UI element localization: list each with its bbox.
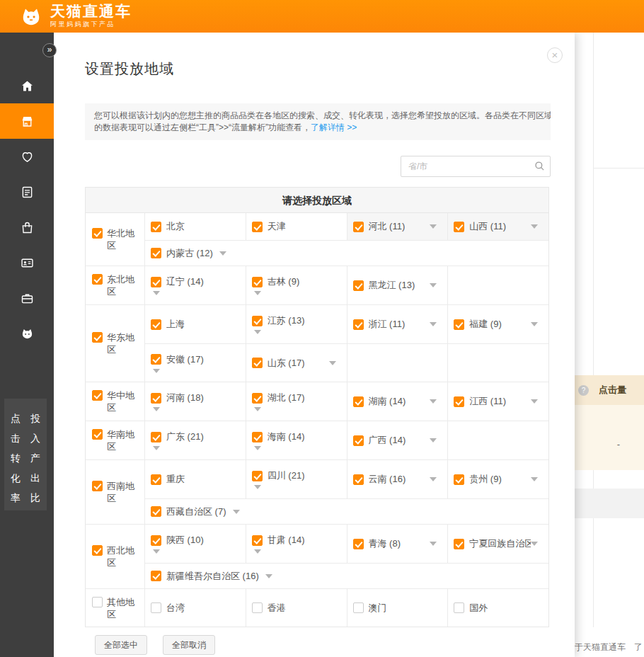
chevron-down-icon[interactable] (254, 407, 261, 411)
checkbox[interactable] (454, 319, 464, 330)
province-cell[interactable]: 澳门 (347, 589, 448, 627)
checkbox[interactable] (353, 396, 364, 407)
checkbox[interactable] (151, 506, 161, 517)
chevron-down-icon[interactable] (254, 291, 261, 295)
province-cell[interactable]: 山东 (17) (246, 344, 347, 382)
province-cell[interactable]: 四川 (21) (246, 460, 347, 498)
province-cell[interactable]: 山西 (11) (447, 213, 548, 240)
province-cell[interactable]: 青海 (8) (347, 525, 448, 563)
province-cell[interactable]: 广东 (21) (145, 421, 246, 459)
chevron-down-icon[interactable] (254, 549, 261, 554)
province-cell[interactable]: 贵州 (9) (447, 460, 548, 498)
chevron-down-icon[interactable] (219, 251, 226, 256)
chevron-down-icon[interactable] (430, 399, 437, 404)
checkbox[interactable] (252, 471, 263, 481)
province-cell[interactable]: 重庆 (145, 460, 246, 498)
learn-more-link[interactable]: 了解详情 >> (311, 122, 357, 132)
chevron-down-icon[interactable] (531, 322, 538, 326)
chevron-down-icon[interactable] (153, 446, 160, 450)
checkbox[interactable] (353, 474, 364, 485)
checkbox[interactable] (92, 597, 103, 607)
province-cell[interactable]: 陕西 (10) (145, 525, 246, 563)
province-cell[interactable]: 浙江 (11) (347, 305, 448, 343)
search-icon[interactable] (534, 161, 545, 174)
checkbox[interactable] (92, 390, 103, 401)
checkbox[interactable] (151, 393, 161, 404)
chevron-down-icon[interactable] (254, 330, 261, 334)
province-cell[interactable]: 湖南 (14) (347, 382, 448, 421)
checkbox[interactable] (353, 602, 364, 613)
metric-roi[interactable]: 投入产出比 (30, 409, 41, 510)
sidebar-item[interactable] (0, 210, 54, 245)
checkbox[interactable] (92, 481, 103, 491)
chevron-down-icon[interactable] (254, 485, 261, 489)
checkbox[interactable] (353, 222, 364, 232)
province-cell[interactable]: 吉林 (9) (246, 266, 347, 304)
checkbox[interactable] (454, 602, 464, 613)
checkbox[interactable] (252, 358, 263, 368)
region-group-cell[interactable]: 西北地区 (86, 525, 145, 588)
checkbox[interactable] (151, 474, 161, 485)
region-group-cell[interactable]: 其他地区 (86, 589, 145, 627)
sidebar-item[interactable] (0, 245, 54, 280)
checkbox[interactable] (151, 277, 161, 287)
province-cell[interactable]: 国外 (447, 589, 548, 627)
province-cell[interactable]: 黑龙江 (13) (347, 266, 448, 304)
region-group-cell[interactable]: 东北地区 (86, 266, 145, 304)
province-cell[interactable]: 香港 (246, 589, 347, 627)
province-cell[interactable]: 上海 (145, 305, 246, 343)
chevron-down-icon[interactable] (329, 361, 336, 365)
checkbox[interactable] (353, 435, 364, 446)
checkbox[interactable] (252, 602, 263, 613)
checkbox[interactable] (252, 277, 263, 287)
chevron-down-icon[interactable] (233, 510, 240, 514)
sidebar-item[interactable] (0, 68, 54, 103)
chevron-down-icon[interactable] (153, 549, 160, 554)
checkbox[interactable] (151, 319, 161, 330)
checkbox[interactable] (92, 545, 103, 556)
checkbox[interactable] (151, 432, 161, 442)
sidebar-item[interactable] (0, 139, 54, 174)
chevron-down-icon[interactable] (531, 399, 538, 404)
checkbox[interactable] (353, 539, 364, 549)
deselect-all-button[interactable]: 全部取消 (163, 635, 215, 655)
checkbox[interactable] (252, 535, 263, 546)
province-cell[interactable]: 海南 (14) (246, 421, 347, 459)
checkbox[interactable] (151, 222, 161, 232)
chevron-down-icon[interactable] (430, 542, 437, 546)
region-group-cell[interactable]: 华南地区 (86, 421, 145, 459)
province-cell[interactable]: 天津 (246, 213, 347, 240)
province-cell[interactable]: 广西 (14) (347, 421, 448, 459)
province-cell[interactable]: 宁夏回族自治区 (5) (447, 525, 548, 563)
province-cell[interactable]: 云南 (16) (347, 460, 448, 498)
chevron-down-icon[interactable] (153, 291, 160, 295)
chevron-down-icon[interactable] (430, 322, 437, 326)
province-cell[interactable]: 甘肃 (14) (246, 525, 347, 563)
province-cell[interactable]: 台湾 (145, 589, 246, 627)
province-cell[interactable]: 新疆维吾尔自治区 (16) (145, 564, 548, 588)
province-cell[interactable]: 北京 (145, 213, 246, 240)
search-input[interactable] (401, 156, 551, 177)
province-cell[interactable]: 湖北 (17) (246, 382, 347, 421)
province-cell[interactable]: 河南 (18) (145, 382, 246, 421)
province-cell[interactable]: 辽宁 (14) (145, 266, 246, 304)
checkbox[interactable] (252, 393, 263, 404)
checkbox[interactable] (151, 602, 161, 613)
province-cell[interactable]: 西藏自治区 (7) (145, 499, 548, 524)
sidebar-item[interactable] (0, 174, 54, 210)
chevron-down-icon[interactable] (531, 477, 538, 481)
metric-click-conversion-rate[interactable]: 点击转化率 (11, 409, 21, 510)
chevron-down-icon[interactable] (265, 574, 272, 578)
chevron-down-icon[interactable] (430, 283, 437, 287)
checkbox[interactable] (353, 319, 364, 330)
checkbox[interactable] (92, 274, 103, 285)
province-cell[interactable]: 江西 (11) (447, 382, 548, 421)
checkbox[interactable] (353, 280, 364, 291)
region-group-cell[interactable]: 华北地区 (86, 213, 145, 265)
chevron-down-icon[interactable] (430, 438, 437, 442)
chevron-down-icon[interactable] (531, 224, 538, 229)
checkbox[interactable] (454, 474, 464, 485)
province-cell[interactable]: 河北 (11) (347, 213, 448, 240)
select-all-button[interactable]: 全部选中 (95, 635, 147, 655)
chevron-down-icon[interactable] (531, 542, 538, 546)
